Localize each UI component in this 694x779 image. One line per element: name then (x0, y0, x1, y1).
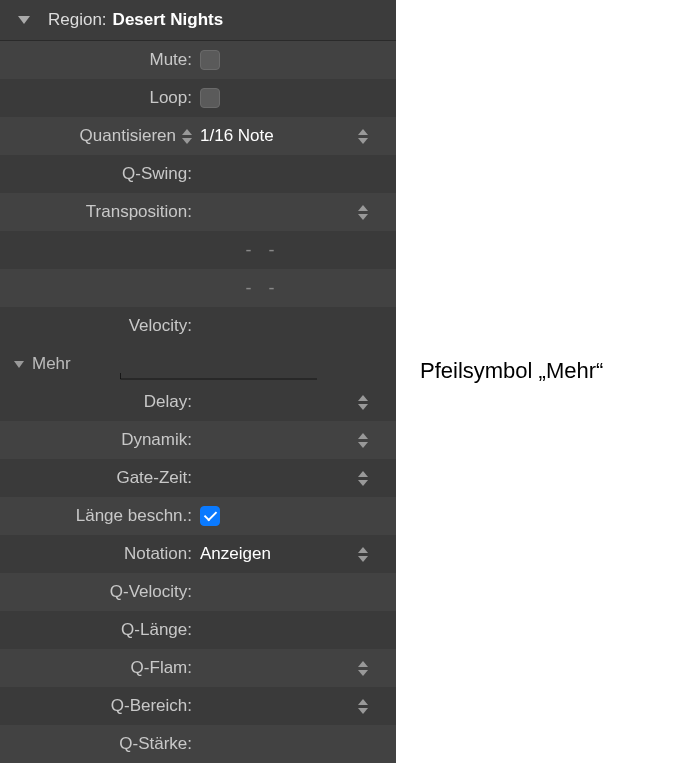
dash-value: - - (200, 278, 386, 299)
mute-row: Mute: (0, 41, 396, 79)
chevron-down-icon[interactable] (358, 138, 368, 144)
qvelocity-value[interactable] (200, 573, 386, 611)
loop-checkbox[interactable] (200, 88, 220, 108)
region-name: Desert Nights (113, 10, 224, 30)
qbereich-stepper[interactable] (358, 699, 368, 714)
chevron-down-icon[interactable] (358, 214, 368, 220)
chevron-down-icon[interactable] (358, 442, 368, 448)
quantize-label-stepper[interactable] (182, 129, 192, 144)
mehr-section[interactable]: Mehr (0, 345, 396, 383)
qstaerke-row: Q-Stärke: (0, 725, 396, 763)
qvelocity-label: Q-Velocity: (10, 582, 200, 602)
gatezeit-stepper[interactable] (358, 471, 368, 486)
quantize-label-wrap: Quantisieren (10, 126, 200, 146)
chevron-up-icon[interactable] (358, 661, 368, 667)
mehr-chevron-icon[interactable] (14, 361, 24, 368)
qlaenge-row: Q-Länge: (0, 611, 396, 649)
qflam-row: Q-Flam: (0, 649, 396, 687)
chevron-down-icon[interactable] (358, 556, 368, 562)
chevron-down-icon[interactable] (18, 16, 30, 24)
qvelocity-row: Q-Velocity: (0, 573, 396, 611)
region-inspector-panel: Region: Desert Nights Mute: Loop: Quanti… (0, 0, 396, 763)
velocity-label: Velocity: (10, 316, 200, 336)
chevron-down-icon[interactable] (182, 138, 192, 144)
transposition-label: Transposition: (10, 202, 200, 222)
mute-checkbox[interactable] (200, 50, 220, 70)
chevron-down-icon[interactable] (358, 670, 368, 676)
dynamik-label: Dynamik: (10, 430, 200, 450)
chevron-up-icon[interactable] (358, 471, 368, 477)
velocity-value[interactable] (200, 307, 386, 345)
quantize-row: Quantisieren 1/16 Note (0, 117, 396, 155)
region-label: Region: (48, 10, 107, 30)
chevron-down-icon[interactable] (358, 480, 368, 486)
chevron-up-icon[interactable] (358, 433, 368, 439)
gatezeit-row: Gate-Zeit: (0, 459, 396, 497)
qstaerke-label: Q-Stärke: (10, 734, 200, 754)
qswing-label: Q-Swing: (10, 164, 200, 184)
chevron-up-icon[interactable] (182, 129, 192, 135)
qbereich-label: Q-Bereich: (10, 696, 200, 716)
laenge-checkbox[interactable] (200, 506, 220, 526)
quantize-value[interactable]: 1/16 Note (200, 126, 274, 146)
transposition-stepper[interactable] (358, 205, 368, 220)
loop-row: Loop: (0, 79, 396, 117)
qflam-stepper[interactable] (358, 661, 368, 676)
transposition-row: Transposition: (0, 193, 396, 231)
chevron-up-icon[interactable] (358, 205, 368, 211)
qstaerke-value[interactable] (200, 725, 386, 763)
delay-stepper[interactable] (358, 395, 368, 410)
laenge-row: Länge beschn.: (0, 497, 396, 535)
delay-row: Delay: (0, 383, 396, 421)
chevron-down-icon[interactable] (358, 708, 368, 714)
loop-label: Loop: (10, 88, 200, 108)
delay-label: Delay: (10, 392, 200, 412)
chevron-up-icon[interactable] (358, 129, 368, 135)
laenge-label: Länge beschn.: (10, 506, 200, 526)
dash-row-2: - - (0, 269, 396, 307)
dash-value: - - (200, 240, 386, 261)
velocity-row: Velocity: (0, 307, 396, 345)
mehr-label: Mehr (32, 354, 71, 374)
notation-stepper[interactable] (358, 547, 368, 562)
qflam-label: Q-Flam: (10, 658, 200, 678)
qswing-row: Q-Swing: (0, 155, 396, 193)
qlaenge-value[interactable] (200, 611, 386, 649)
mute-label: Mute: (10, 50, 200, 70)
dynamik-stepper[interactable] (358, 433, 368, 448)
notation-label: Notation: (10, 544, 200, 564)
quantize-stepper[interactable] (358, 129, 368, 144)
quantize-label: Quantisieren (80, 126, 176, 146)
dash-row-1: - - (0, 231, 396, 269)
chevron-up-icon[interactable] (358, 547, 368, 553)
gatezeit-label: Gate-Zeit: (10, 468, 200, 488)
annotation-text: Pfeilsymbol „Mehr“ (420, 358, 603, 384)
notation-row: Notation: Anzeigen (0, 535, 396, 573)
chevron-down-icon[interactable] (358, 404, 368, 410)
qbereich-row: Q-Bereich: (0, 687, 396, 725)
chevron-up-icon[interactable] (358, 699, 368, 705)
chevron-up-icon[interactable] (358, 395, 368, 401)
notation-value[interactable]: Anzeigen (200, 544, 271, 564)
qswing-value[interactable] (200, 155, 386, 193)
qlaenge-label: Q-Länge: (10, 620, 200, 640)
dynamik-row: Dynamik: (0, 421, 396, 459)
region-header[interactable]: Region: Desert Nights (0, 0, 396, 41)
